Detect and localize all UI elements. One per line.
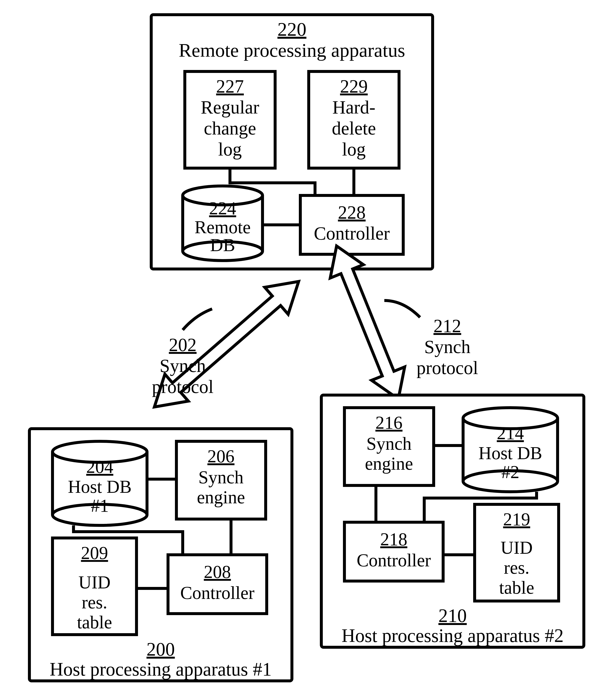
host1-ref: 200 [147, 639, 175, 660]
regular-change-log-l3: log [218, 139, 242, 159]
remote-db-l2: DB [210, 235, 235, 255]
hard-delete-log-ref: 229 [340, 76, 368, 97]
hard-delete-log-l3: log [342, 139, 366, 159]
host1-sync-l2: engine [197, 487, 245, 507]
host2-sync-ref: 216 [375, 412, 402, 433]
host1-db-ref: 204 [86, 457, 113, 477]
host2-db-l2: #2 [501, 462, 519, 482]
host1-sync-l1: Synch [199, 467, 244, 488]
arrow-right-ref: 212 [434, 316, 461, 336]
host2-ctrl-l1: Controller [357, 550, 431, 570]
arrow-left-leader [183, 309, 212, 330]
svg-marker-4 [142, 268, 310, 420]
host1-uid-l2: res. [82, 592, 107, 612]
host1-uid-ref: 209 [81, 543, 108, 563]
host1-uid-l1: UID [79, 572, 111, 593]
remote-apparatus-group: 220 Remote processing apparatus 227 Regu… [151, 15, 432, 269]
host1-group: 204 Host DB #1 206 Synch engine 209 UID … [29, 429, 292, 681]
hard-delete-log-l1: Hard- [332, 97, 375, 118]
host2-uid-l3: table [499, 577, 534, 598]
arrow-left-l1: Synch [160, 355, 206, 376]
hard-delete-log-l2: delete [332, 118, 376, 139]
host1-ctrl-l1: Controller [180, 583, 255, 603]
remote-db-ref: 224 [209, 198, 236, 218]
arrow-left-ref: 202 [169, 334, 196, 355]
remote-controller-ref: 228 [338, 202, 366, 223]
host2-uid-ref: 219 [503, 509, 530, 529]
remote-controller-l1: Controller [314, 223, 390, 244]
host2-title: Host processing apparatus #2 [341, 625, 563, 646]
arrow-right-l2: protocol [417, 358, 478, 378]
remote-apparatus-ref: 220 [278, 19, 307, 40]
arrow-right-l1: Synch [424, 337, 470, 357]
regular-change-log-l1: Regular [201, 97, 259, 118]
remote-db-l1: Remote [194, 217, 251, 237]
host1-sync-ref: 206 [208, 446, 235, 466]
arrow-left-l2: protocol [152, 377, 213, 397]
host1-title: Host processing apparatus #1 [50, 659, 271, 680]
host2-sync-l1: Synch [366, 433, 412, 454]
synch-arrow-left: 202 Synch protocol [142, 268, 310, 420]
host2-group: 216 Synch engine 214 Host DB #2 218 Cont… [321, 395, 584, 647]
arrow-right-leader [384, 301, 420, 317]
host1-uid-l3: table [77, 612, 112, 632]
regular-change-log-l2: change [204, 118, 256, 139]
host2-ctrl-ref: 218 [380, 529, 408, 549]
host1-db-l1: Host DB [68, 477, 131, 497]
host2-ref: 210 [439, 605, 467, 626]
regular-change-log-ref: 227 [216, 76, 244, 97]
host1-db-l2: #1 [91, 496, 109, 516]
remote-apparatus-title: Remote processing apparatus [179, 40, 405, 61]
host2-uid-l2: res. [504, 557, 529, 578]
host2-db-l1: Host DB [478, 443, 542, 463]
host2-sync-l2: engine [365, 453, 413, 474]
host2-uid-l1: UID [501, 538, 533, 558]
host2-db-ref: 214 [497, 423, 524, 443]
host1-ctrl-ref: 208 [204, 562, 231, 582]
